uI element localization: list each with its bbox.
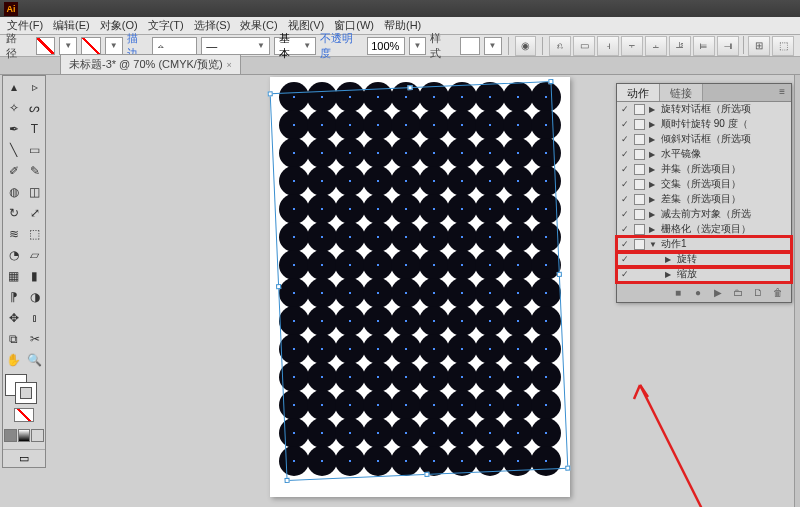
pen-tool[interactable]: ✒ [3,118,24,139]
shape-builder-tool[interactable]: ◔ [3,244,24,265]
toggle-box[interactable] [634,224,645,235]
circle[interactable] [503,446,533,476]
circle[interactable] [363,334,393,364]
disclosure-icon[interactable]: ▶ [665,255,673,264]
circle[interactable] [307,362,337,392]
check-icon[interactable]: ✓ [619,194,630,205]
circle[interactable] [419,306,449,336]
circle[interactable] [279,194,309,224]
check-icon[interactable]: ✓ [619,269,630,280]
slice-tool[interactable]: ✂ [24,328,45,349]
circle[interactable] [335,362,365,392]
toggle-box[interactable] [634,104,645,115]
gradient-tool[interactable]: ▮ [24,265,45,286]
circle[interactable] [447,194,477,224]
menu-edit[interactable]: 编辑(E) [48,18,95,33]
circle[interactable] [335,82,365,112]
circle[interactable] [475,418,505,448]
circle[interactable] [279,390,309,420]
circle[interactable] [363,250,393,280]
circle[interactable] [363,278,393,308]
hand-tool[interactable]: ✋ [3,349,24,370]
circle[interactable] [363,222,393,252]
circle[interactable] [279,110,309,140]
record-icon[interactable]: ● [691,286,705,300]
graph-tool[interactable]: ⫾ [24,307,45,328]
circle[interactable] [503,306,533,336]
circle[interactable] [447,110,477,140]
check-icon[interactable]: ✓ [619,164,630,175]
action-row[interactable]: ✓▶差集（所选项目） [617,192,791,207]
action-row[interactable]: ✓▶倾斜对话框（所选项 [617,132,791,147]
circle[interactable] [447,362,477,392]
circle[interactable] [531,306,561,336]
circle[interactable] [307,222,337,252]
close-tab-icon[interactable]: × [227,60,232,70]
check-icon[interactable]: ✓ [619,224,630,235]
toggle-box[interactable] [634,194,645,205]
circle[interactable] [447,138,477,168]
circle[interactable] [531,82,561,112]
circle[interactable] [335,390,365,420]
circle[interactable] [419,222,449,252]
circle[interactable] [335,110,365,140]
circle[interactable] [307,82,337,112]
check-icon[interactable]: ✓ [619,104,630,115]
circle[interactable] [447,390,477,420]
new-action-icon[interactable]: 🗋 [751,286,765,300]
circle[interactable] [279,362,309,392]
circle[interactable] [363,306,393,336]
circle[interactable] [335,306,365,336]
circle[interactable] [335,278,365,308]
circle[interactable] [475,334,505,364]
circle[interactable] [419,418,449,448]
circle[interactable] [335,446,365,476]
circle[interactable] [475,278,505,308]
circle[interactable] [503,278,533,308]
circle[interactable] [335,334,365,364]
circle[interactable] [363,446,393,476]
opacity-field[interactable]: 100% [367,37,404,55]
check-icon[interactable]: ✓ [619,119,630,130]
recolor-icon[interactable]: ◉ [515,36,537,56]
toggle-box[interactable] [634,179,645,190]
circle[interactable] [531,278,561,308]
circle[interactable] [391,110,421,140]
align-left-icon[interactable]: ⫞ [597,36,619,56]
circle[interactable] [447,250,477,280]
isolate-icon[interactable]: ⬚ [772,36,794,56]
color-mode-none[interactable] [31,429,44,442]
circle[interactable] [475,362,505,392]
tab-links[interactable]: 链接 [660,84,703,101]
free-transform-tool[interactable]: ⬚ [24,223,45,244]
align-hc-icon[interactable]: ⫟ [621,36,643,56]
eraser-tool[interactable]: ◫ [24,181,45,202]
circle[interactable] [419,250,449,280]
circle[interactable] [531,138,561,168]
disclosure-icon[interactable]: ▶ [649,105,657,114]
handle-tl[interactable] [268,91,273,96]
circle[interactable] [531,446,561,476]
stroke-weight[interactable]: 🢕 [152,37,197,55]
circle[interactable] [447,418,477,448]
tab-actions[interactable]: 动作 [617,84,660,101]
circle[interactable] [363,390,393,420]
circle[interactable] [419,82,449,112]
circle[interactable] [279,418,309,448]
disclosure-icon[interactable]: ▶ [649,135,657,144]
action-row[interactable]: ✓▶减去前方对象（所选 [617,207,791,222]
circle[interactable] [531,194,561,224]
circle[interactable] [363,194,393,224]
circle[interactable] [307,446,337,476]
action-row[interactable]: ✓▶旋转对话框（所选项 [617,102,791,117]
circle[interactable] [391,194,421,224]
align-vc-icon[interactable]: ⫢ [693,36,715,56]
circle[interactable] [391,306,421,336]
circle[interactable] [419,362,449,392]
style-dd[interactable]: ▼ [484,37,502,55]
screen-mode-button[interactable]: ▭ [3,449,45,467]
circle[interactable] [447,82,477,112]
circle[interactable] [503,194,533,224]
circle[interactable] [475,390,505,420]
toggle-box[interactable] [634,149,645,160]
